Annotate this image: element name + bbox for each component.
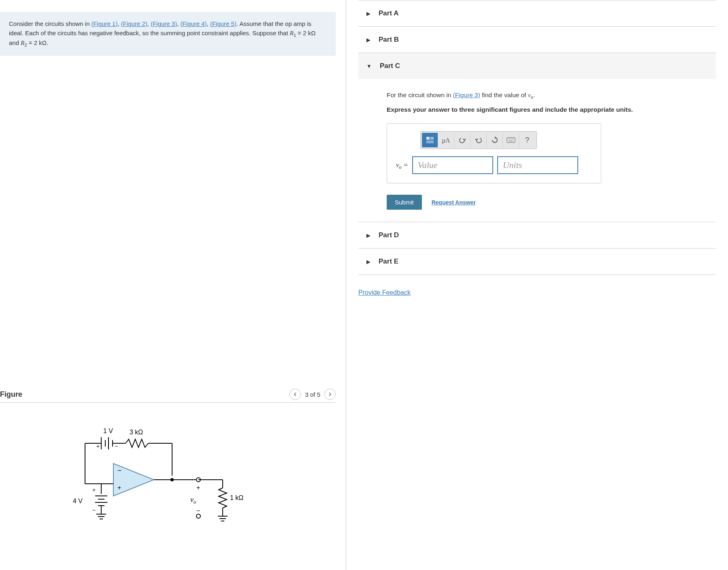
- figure-link-5[interactable]: (Figure 5): [210, 20, 236, 27]
- keyboard-button[interactable]: [503, 133, 519, 147]
- chevron-right-icon: [328, 392, 332, 396]
- request-answer-link[interactable]: Request Answer: [432, 198, 476, 207]
- caret-right-icon: ▶: [366, 232, 370, 238]
- part-c-header[interactable]: ▼ Part C: [358, 53, 716, 79]
- pager-text: 3 of 5: [305, 391, 320, 398]
- pager-next-button[interactable]: [324, 389, 336, 400]
- undo-icon: [459, 137, 466, 143]
- vo-equals-label: vo =: [396, 160, 408, 172]
- reset-icon: [491, 136, 498, 144]
- redo-button[interactable]: [470, 133, 487, 147]
- vo-minus: −: [196, 507, 200, 514]
- label-1k: 1 kΩ: [230, 494, 243, 501]
- part-c-label: Part C: [380, 62, 400, 70]
- part-d-label: Part D: [379, 231, 399, 239]
- figure-link-4[interactable]: (Figure 4): [181, 20, 207, 27]
- value-input[interactable]: [412, 156, 493, 174]
- caret-right-icon: ▶: [366, 37, 370, 43]
- opamp-plus: +: [117, 484, 121, 491]
- prompt-end: .: [533, 91, 535, 98]
- batt2-minus: −: [92, 507, 96, 513]
- templates-button[interactable]: [422, 133, 438, 147]
- figure-pager: 3 of 5: [289, 389, 336, 400]
- part-b-header[interactable]: ▶ Part B: [358, 26, 716, 53]
- figure-section: Figure 3 of 5 1 V +: [0, 389, 336, 534]
- circuit-diagram: 1 V + − 3 kΩ − +: [0, 403, 336, 534]
- caret-right-icon: ▶: [366, 259, 370, 265]
- figure-title: Figure: [0, 390, 22, 399]
- answer-box: μA ? vo =: [387, 123, 601, 183]
- label-4v: 4 V: [73, 498, 83, 504]
- part-e-header[interactable]: ▶ Part E: [358, 248, 716, 275]
- part-d-header[interactable]: ▶ Part D: [358, 222, 716, 248]
- reset-button[interactable]: [487, 133, 503, 147]
- units-button[interactable]: μA: [438, 133, 454, 147]
- r1-symbol: R: [290, 30, 294, 36]
- prompt-vo: v: [528, 91, 531, 98]
- svg-rect-38: [430, 137, 434, 140]
- problem-statement: Consider the circuits shown in (Figure 1…: [0, 12, 336, 56]
- part-a-label: Part A: [379, 9, 398, 17]
- provide-feedback-link[interactable]: Provide Feedback: [358, 289, 411, 296]
- pager-prev-button[interactable]: [289, 389, 301, 400]
- prompt-post: find the value of: [480, 91, 528, 98]
- units-input[interactable]: [497, 156, 578, 174]
- prompt-pre: For the circuit shown in: [387, 91, 453, 98]
- figure-header: Figure 3 of 5: [0, 389, 336, 403]
- svg-point-17: [196, 514, 200, 518]
- caret-right-icon: ▶: [366, 11, 370, 17]
- part-c-section: ▼ Part C For the circuit shown in (Figur…: [358, 53, 716, 222]
- figure-link-2[interactable]: (Figure 2): [121, 20, 147, 27]
- right-pane: ▶ Part A ▶ Part B ▼ Part C For the circu…: [346, 0, 728, 570]
- svg-rect-39: [426, 140, 434, 143]
- hint-text: Express your answer to three significant…: [387, 105, 716, 115]
- svg-text:vo: vo: [190, 496, 196, 505]
- templates-icon: [426, 136, 434, 144]
- label-3k: 3 kΩ: [130, 429, 143, 436]
- svg-rect-37: [426, 137, 430, 140]
- figure-link-3[interactable]: (Figure 3): [151, 20, 177, 27]
- opamp-minus: −: [117, 466, 122, 474]
- part-e-label: Part E: [379, 257, 398, 266]
- input-row: vo =: [396, 156, 592, 174]
- label-vo: v: [190, 496, 194, 504]
- problem-intro: Consider the circuits shown in: [9, 20, 89, 27]
- part-a-header[interactable]: ▶ Part A: [358, 0, 716, 26]
- redo-icon: [475, 137, 482, 143]
- submit-button[interactable]: Submit: [387, 195, 422, 210]
- chevron-left-icon: [293, 392, 297, 396]
- batt1-minus: −: [115, 443, 118, 449]
- r2-val: = 2 kΩ.: [27, 39, 49, 46]
- submit-row: Submit Request Answer: [387, 195, 716, 210]
- vo-plus: +: [196, 484, 200, 491]
- figure-link-1[interactable]: (Figure 1): [91, 20, 117, 27]
- keyboard-icon: [507, 137, 515, 143]
- help-button[interactable]: ?: [519, 133, 535, 147]
- figure-3-link[interactable]: (Figure 3): [453, 91, 480, 98]
- label-1v: 1 V: [103, 428, 113, 434]
- caret-down-icon: ▼: [366, 63, 372, 69]
- undo-button[interactable]: [454, 133, 470, 147]
- batt2-plus: +: [92, 487, 96, 493]
- label-vo-sub: o: [194, 499, 196, 505]
- svg-rect-40: [507, 138, 515, 142]
- batt1-plus: +: [96, 443, 100, 449]
- part-c-body: For the circuit shown in (Figure 3) find…: [366, 79, 716, 210]
- answer-toolbar: μA ?: [420, 131, 537, 149]
- left-pane: Consider the circuits shown in (Figure 1…: [0, 0, 346, 570]
- r2-symbol: R: [21, 40, 24, 46]
- part-b-label: Part B: [379, 36, 399, 44]
